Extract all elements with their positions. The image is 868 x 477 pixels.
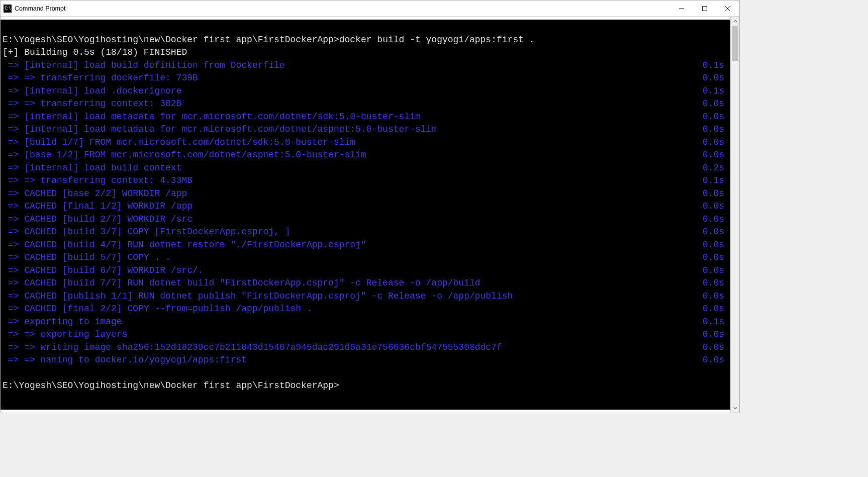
build-step: => => writing image sha256:152d18239cc7b… [3,341,728,354]
cmd-icon: C:\ [4,5,12,13]
prompt-path: E:\Yogesh\SEO\Yogihosting\new\Docker fir… [3,35,339,45]
step-text: => CACHED [final 1/2] WORKDIR /app [3,200,192,213]
step-text: => [build 1/7] FROM mcr.microsoft.com/do… [3,136,355,149]
step-text: => CACHED [final 2/2] COPY --from=publis… [3,303,312,316]
step-time: 0.0s [703,187,728,201]
step-time: 0.0s [703,341,728,354]
build-step: => [build 1/7] FROM mcr.microsoft.com/do… [3,136,728,149]
step-time: 0.0s [703,251,728,264]
command-prompt-window: C:\ Command Prompt E:\Yogesh\SEO\Yogihos… [0,0,740,413]
build-step: => CACHED [final 2/2] COPY --from=publis… [3,303,728,316]
step-text: => [base 1/2] FROM mcr.microsoft.com/dot… [3,149,366,162]
svg-rect-1 [703,6,707,11]
build-step: => => transferring dockerfile: 739B0.0s [3,72,728,85]
build-step: => [internal] load build context0.2s [3,162,728,175]
build-steps: => [internal] load build definition from… [3,59,728,367]
scroll-up-button[interactable] [731,17,740,26]
command-line-1: E:\Yogesh\SEO\Yogihosting\new\Docker fir… [3,34,728,47]
step-time: 0.0s [703,213,728,226]
scrollbar-track[interactable] [731,26,739,404]
step-time: 0.1s [703,316,728,329]
titlebar: C:\ Command Prompt [1,1,739,17]
step-text: => CACHED [base 2/2] WORKDIR /app [3,187,187,201]
command-line-2: E:\Yogesh\SEO\Yogihosting\new\Docker fir… [3,379,728,393]
step-time: 0.0s [703,303,728,316]
step-time: 0.0s [703,72,728,85]
step-text: => exporting to image [3,316,122,329]
step-text: => CACHED [publish 1/1] RUN dotnet publi… [3,290,513,303]
step-time: 0.0s [703,277,728,290]
step-text: => [internal] load build definition from… [3,59,285,72]
blank-line [3,21,728,34]
step-time: 0.0s [703,226,728,239]
build-step: => exporting to image0.1s [3,316,728,329]
build-step: => CACHED [publish 1/1] RUN dotnet publi… [3,290,728,303]
maximize-button[interactable] [693,1,716,17]
building-status: [+] Building 0.5s (18/18) FINISHED [3,46,728,59]
build-step: => CACHED [final 1/2] WORKDIR /app0.0s [3,200,728,213]
build-step: => [internal] load .dockerignore0.1s [3,85,728,98]
blank-line [3,367,728,380]
step-time: 0.0s [703,98,728,111]
step-time: 0.0s [703,149,728,162]
vertical-scrollbar[interactable] [730,17,739,413]
step-text: => [internal] load .dockerignore [3,85,181,98]
step-text: => => writing image sha256:152d18239cc7b… [3,341,502,354]
build-step: => [internal] load metadata for mcr.micr… [3,111,728,124]
minimize-button[interactable] [670,1,693,17]
step-time: 0.0s [703,264,728,277]
step-text: => [internal] load metadata for mcr.micr… [3,111,421,124]
command-text: docker build -t yogyogi/apps:first . [339,35,535,45]
client-area: E:\Yogesh\SEO\Yogihosting\new\Docker fir… [1,17,739,413]
step-text: => => transferring dockerfile: 739B [3,72,198,85]
step-text: => => naming to docker.io/yogyogi/apps:f… [3,354,247,367]
build-step: => => transferring context: 4.33MB0.1s [3,174,728,187]
build-step: => CACHED [base 2/2] WORKDIR /app0.0s [3,187,728,201]
step-time: 0.0s [703,200,728,213]
step-time: 0.0s [703,239,728,252]
step-time: 0.1s [703,174,728,187]
step-time: 0.0s [703,123,728,136]
scroll-down-button[interactable] [731,404,740,413]
step-time: 0.2s [703,162,728,175]
step-text: => [internal] load metadata for mcr.micr… [3,123,437,136]
step-text: => CACHED [build 2/7] WORKDIR /src [3,213,192,226]
build-step: => [internal] load metadata for mcr.micr… [3,123,728,136]
close-button[interactable] [716,1,739,17]
step-text: => [internal] load build context [3,162,181,175]
step-text: => CACHED [build 5/7] COPY . . [3,251,171,264]
scrollbar-thumb[interactable] [732,26,738,61]
build-step: => => exporting layers0.0s [3,328,728,341]
step-text: => => exporting layers [3,328,127,341]
build-step: => => naming to docker.io/yogyogi/apps:f… [3,354,728,367]
step-time: 0.0s [703,111,728,124]
step-time: 0.0s [703,354,728,367]
step-time: 0.1s [703,59,728,72]
step-text: => CACHED [build 4/7] RUN dotnet restore… [3,239,366,252]
build-step: => CACHED [build 5/7] COPY . .0.0s [3,251,728,264]
build-step: => [internal] load build definition from… [3,59,728,72]
window-title: Command Prompt [15,5,65,12]
step-time: 0.0s [703,290,728,303]
build-step: => CACHED [build 2/7] WORKDIR /src0.0s [3,213,728,226]
step-text: => CACHED [build 3/7] COPY [FirstDockerA… [3,226,291,239]
step-text: => CACHED [build 7/7] RUN dotnet build "… [3,277,480,290]
titlebar-left: C:\ Command Prompt [4,5,65,13]
step-time: 0.1s [703,85,728,98]
prompt-path: E:\Yogesh\SEO\Yogihosting\new\Docker fir… [3,380,339,391]
window-controls [670,1,739,17]
build-step: => CACHED [build 7/7] RUN dotnet build "… [3,277,728,290]
build-step: => CACHED [build 6/7] WORKDIR /src/.0.0s [3,264,728,277]
build-step: => [base 1/2] FROM mcr.microsoft.com/dot… [3,149,728,162]
step-text: => => transferring context: 4.33MB [3,174,192,187]
step-time: 0.0s [703,136,728,149]
build-step: => CACHED [build 3/7] COPY [FirstDockerA… [3,226,728,239]
step-text: => => transferring context: 382B [3,98,181,111]
step-text: => CACHED [build 6/7] WORKDIR /src/. [3,264,204,277]
step-time: 0.0s [703,328,728,341]
terminal-output[interactable]: E:\Yogesh\SEO\Yogihosting\new\Docker fir… [1,20,730,410]
build-step: => CACHED [build 4/7] RUN dotnet restore… [3,239,728,252]
build-step: => => transferring context: 382B0.0s [3,98,728,111]
